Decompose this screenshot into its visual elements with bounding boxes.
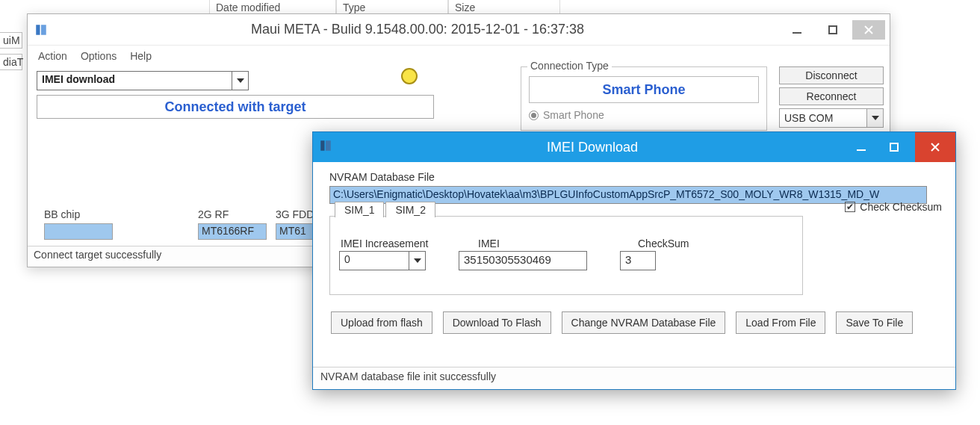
connection-type-legend: Connection Type bbox=[527, 60, 612, 72]
chevron-down-icon bbox=[232, 72, 248, 90]
modal-footer-status: NVRAM database file init successfully bbox=[313, 367, 955, 389]
radio-smart-phone[interactable] bbox=[529, 111, 539, 120]
label-checksum: CheckSum bbox=[638, 238, 713, 249]
connection-type-display: Smart Phone bbox=[529, 76, 759, 103]
reconnect-button[interactable]: Reconnect bbox=[779, 87, 884, 105]
maximize-button[interactable] bbox=[816, 20, 849, 40]
save-to-file-button[interactable]: Save To File bbox=[836, 311, 913, 334]
svg-rect-0 bbox=[36, 25, 40, 35]
menu-help[interactable]: Help bbox=[130, 50, 152, 62]
menu-options[interactable]: Options bbox=[81, 50, 117, 62]
clipped-text-2: diaT bbox=[0, 54, 22, 70]
download-to-flash-button[interactable]: Download To Flash bbox=[443, 311, 551, 334]
svg-rect-2 bbox=[793, 32, 801, 34]
function-select[interactable]: IMEI download bbox=[37, 71, 249, 90]
modal-minimize-button[interactable] bbox=[845, 137, 878, 158]
port-combo[interactable]: USB COM bbox=[779, 108, 884, 128]
upload-from-flash-button[interactable]: Upload from flash bbox=[331, 311, 432, 334]
clipped-text-1: uiM bbox=[0, 32, 22, 49]
minimize-button[interactable] bbox=[781, 20, 813, 40]
tab-sim1[interactable]: SIM_1 bbox=[335, 202, 384, 217]
bb-chip-label: BB chip bbox=[44, 208, 113, 220]
app-icon bbox=[319, 139, 335, 155]
svg-rect-7 bbox=[890, 143, 898, 151]
port-combo-value: USB COM bbox=[784, 112, 833, 124]
sim-group: SIM_1 SIM_2 IMEI Increasement IMEI Check… bbox=[329, 216, 803, 295]
disconnect-button[interactable]: Disconnect bbox=[779, 66, 884, 84]
modal-maximize-button[interactable] bbox=[878, 137, 911, 158]
titlebar: Maui META - Bulid 9.1548.00.00: 2015-12-… bbox=[28, 14, 890, 46]
radio-smart-phone-label: Smart Phone bbox=[543, 109, 604, 121]
modal-title: IMEI Download bbox=[340, 140, 845, 155]
chevron-down-icon bbox=[409, 252, 425, 270]
target-status: Connected with target bbox=[37, 95, 434, 119]
imei-download-window: IMEI Download NVRAM Database File C:\Use… bbox=[312, 131, 956, 390]
rf2g-value: MT6166RF bbox=[198, 223, 267, 240]
check-checksum-label: Check Checksum bbox=[860, 201, 942, 213]
check-checksum-checkbox[interactable]: ✔ bbox=[845, 202, 855, 212]
imei-increasement-combo[interactable]: 0 bbox=[339, 251, 426, 270]
function-select-value: IMEI download bbox=[37, 72, 248, 87]
imei-input[interactable]: 35150305530469 bbox=[459, 251, 587, 270]
close-button[interactable] bbox=[852, 20, 885, 40]
nvram-label: NVRAM Database File bbox=[329, 171, 943, 183]
change-nvram-db-button[interactable]: Change NVRAM Database File bbox=[562, 311, 726, 334]
checksum-input[interactable]: 3 bbox=[620, 251, 656, 270]
modal-titlebar: IMEI Download bbox=[313, 132, 955, 162]
bb-chip-value bbox=[44, 223, 113, 240]
app-icon bbox=[34, 22, 49, 37]
svg-rect-5 bbox=[326, 140, 331, 151]
tab-sim2[interactable]: SIM_2 bbox=[385, 202, 435, 217]
modal-close-button[interactable] bbox=[915, 132, 955, 162]
status-led-icon bbox=[401, 68, 418, 84]
chevron-down-icon bbox=[866, 109, 883, 127]
imei-increasement-value: 0 bbox=[340, 252, 409, 270]
label-imei-increasement: IMEI Increasement bbox=[341, 238, 445, 249]
menubar: Action Options Help bbox=[28, 46, 890, 66]
svg-rect-6 bbox=[857, 149, 866, 151]
connection-type-group: Connection Type Smart Phone Smart Phone bbox=[521, 66, 767, 131]
svg-rect-4 bbox=[320, 140, 324, 151]
menu-action[interactable]: Action bbox=[38, 50, 67, 62]
window-title: Maui META - Bulid 9.1548.00.00: 2015-12-… bbox=[55, 22, 781, 37]
load-from-file-button[interactable]: Load From File bbox=[736, 311, 825, 334]
svg-rect-3 bbox=[829, 26, 837, 34]
svg-rect-1 bbox=[41, 25, 46, 35]
label-imei: IMEI bbox=[478, 238, 605, 249]
rf2g-label: 2G RF bbox=[198, 208, 267, 220]
